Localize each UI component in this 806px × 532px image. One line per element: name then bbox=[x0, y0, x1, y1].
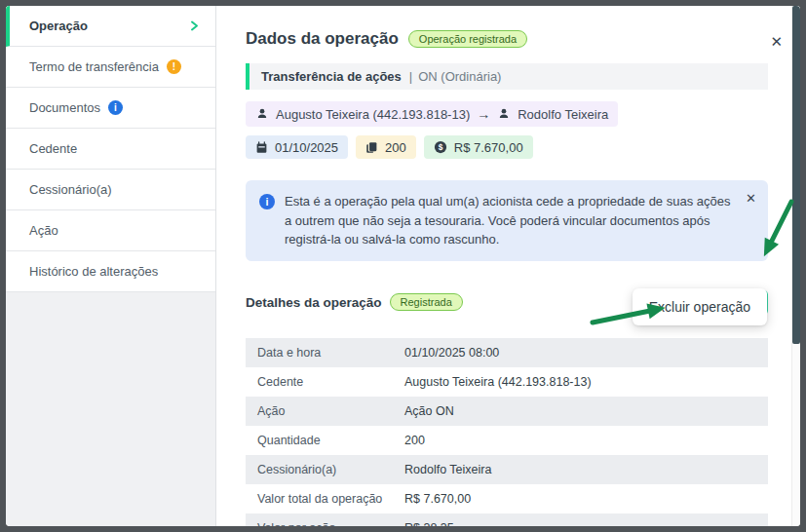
row-label: Cessionário(a) bbox=[257, 463, 404, 476]
separator: | bbox=[409, 69, 412, 84]
person-icon bbox=[497, 107, 511, 121]
close-icon[interactable]: ✕ bbox=[770, 33, 783, 51]
page-title: Dados da operação bbox=[246, 29, 399, 49]
total-chip: $ R$ 7.670,00 bbox=[424, 135, 533, 159]
status-badge: Operação registrada bbox=[408, 30, 527, 48]
sidebar-item[interactable]: Operação bbox=[6, 6, 215, 47]
sidebar-item[interactable]: Histórico de alterações bbox=[6, 251, 215, 292]
details-status-badge: Registrada bbox=[390, 293, 463, 311]
row-value: Rodolfo Teixeira bbox=[404, 463, 491, 476]
table-row: Valor por ação R$ 38,35 bbox=[246, 513, 768, 527]
operation-type-label: Transferência de ações bbox=[261, 69, 402, 84]
row-value: 200 bbox=[404, 434, 425, 447]
row-value: R$ 38,35 bbox=[404, 521, 454, 527]
alert-close-icon[interactable]: ✕ bbox=[746, 191, 756, 206]
cessionario-name: Rodolfo Teixeira bbox=[518, 107, 608, 122]
date-value: 01/10/2025 bbox=[275, 140, 338, 155]
row-label: Valor por ação bbox=[257, 521, 404, 527]
details-title: Detalhes da operação bbox=[246, 295, 382, 310]
row-label: Ação bbox=[257, 404, 404, 418]
svg-text:$: $ bbox=[438, 142, 442, 152]
money-icon: $ bbox=[434, 140, 447, 154]
transfer-arrow-icon: → bbox=[477, 106, 490, 122]
chevron-right-icon bbox=[189, 20, 200, 31]
info-icon: i bbox=[108, 100, 123, 115]
row-label: Valor total da operação bbox=[257, 492, 404, 506]
delete-operation-menu-item[interactable]: Excluir operação bbox=[633, 288, 767, 325]
table-row: Cedente Augusto Teixeira (442.193.818-13… bbox=[246, 367, 768, 397]
panel-header: Dados da operação Operação registrada bbox=[246, 29, 800, 49]
row-label: Data e hora bbox=[257, 346, 404, 360]
summary-chips: 01/10/2025 200 $ R$ 7.670,00 bbox=[246, 135, 800, 159]
table-row: Ação Ação ON bbox=[246, 397, 768, 426]
calendar-icon bbox=[255, 141, 268, 154]
table-row: Cessionário(a) Rodolfo Teixeira bbox=[246, 455, 768, 484]
table-row: Quantidade 200 bbox=[246, 426, 768, 455]
person-icon bbox=[255, 107, 269, 121]
row-value: R$ 7.670,00 bbox=[404, 492, 471, 506]
scrollbar[interactable] bbox=[791, 6, 800, 526]
warning-icon: ! bbox=[167, 59, 181, 74]
quantity-value: 200 bbox=[385, 140, 406, 155]
table-row: Valor total da operação R$ 7.670,00 bbox=[246, 484, 768, 513]
row-label: Quantidade bbox=[257, 434, 404, 447]
row-label: Cedente bbox=[257, 375, 404, 389]
shares-copy-icon bbox=[365, 141, 378, 154]
sidebar-item[interactable]: Termo de transferência ! bbox=[6, 47, 215, 88]
operation-panel: ✕ Dados da operação Operação registrada … bbox=[216, 6, 800, 526]
info-icon: i bbox=[259, 194, 275, 209]
row-value: Augusto Teixeira (442.193.818-13) bbox=[404, 375, 592, 389]
parties-pill: Augusto Teixeira (442.193.818-13) → Rodo… bbox=[246, 101, 618, 127]
row-value: 01/10/2025 08:00 bbox=[404, 346, 499, 360]
sidebar: Operação Termo de transferência ! Docume… bbox=[6, 6, 216, 526]
quantity-chip: 200 bbox=[356, 135, 416, 159]
info-alert-text: Esta é a operação pela qual um(a) acioni… bbox=[285, 192, 733, 249]
operation-type-detail: ON (Ordinária) bbox=[418, 69, 501, 84]
operation-type-banner: Transferência de ações|ON (Ordinária) bbox=[246, 63, 768, 90]
date-chip: 01/10/2025 bbox=[246, 135, 348, 159]
table-row: Data e hora 01/10/2025 08:00 bbox=[246, 338, 768, 367]
context-menu: Excluir operação bbox=[633, 288, 767, 325]
info-alert: i Esta é a operação pela qual um(a) acio… bbox=[246, 180, 768, 261]
operation-modal: Operação Termo de transferência ! Docume… bbox=[6, 6, 800, 526]
row-value: Ação ON bbox=[404, 404, 454, 418]
sidebar-item[interactable]: Ação bbox=[6, 210, 215, 251]
sidebar-item[interactable]: Cedente bbox=[6, 129, 215, 170]
scrollbar-thumb[interactable] bbox=[792, 6, 800, 344]
total-value: R$ 7.670,00 bbox=[454, 140, 523, 155]
sidebar-item[interactable]: Documentos i bbox=[6, 88, 215, 129]
sidebar-item[interactable]: Cessionário(a) bbox=[6, 170, 215, 210]
cedente-name: Augusto Teixeira (442.193.818-13) bbox=[276, 107, 470, 122]
details-table: Data e hora 01/10/2025 08:00 Cedente Aug… bbox=[246, 338, 768, 527]
